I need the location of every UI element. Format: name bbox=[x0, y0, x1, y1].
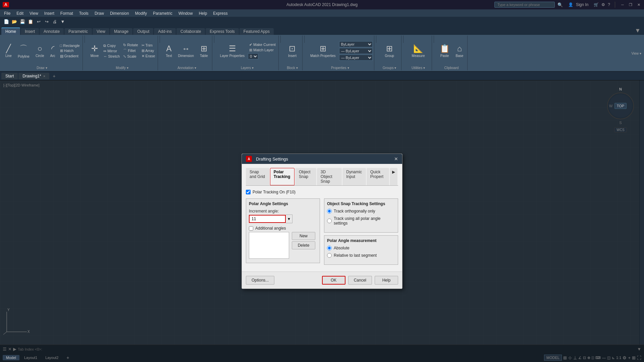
help-icon[interactable]: ? bbox=[608, 2, 610, 7]
base-button[interactable]: ⌂ Base bbox=[453, 43, 466, 59]
increment-angle-dropdown[interactable]: ▼ bbox=[286, 215, 292, 223]
tab-parametric[interactable]: Parametric bbox=[64, 28, 92, 35]
menu-express[interactable]: Express bbox=[210, 10, 230, 16]
lineweight-select[interactable]: — ByLayer bbox=[339, 55, 373, 61]
menu-view[interactable]: View bbox=[27, 10, 41, 16]
erase-button[interactable]: ✕ Erase bbox=[140, 54, 157, 59]
minimize-button[interactable]: ─ bbox=[620, 2, 625, 7]
tab-featured[interactable]: Featured Apps bbox=[239, 28, 274, 35]
open-file-button[interactable]: 📂 bbox=[11, 18, 18, 25]
copy-button[interactable]: ⧉ Copy bbox=[102, 43, 121, 48]
angles-list[interactable] bbox=[249, 232, 289, 259]
track-orthogonally-radio[interactable] bbox=[327, 209, 332, 214]
close-button[interactable]: ✕ bbox=[636, 2, 641, 7]
circle-button[interactable]: ○ Circle bbox=[33, 43, 47, 59]
modify-group-label[interactable]: Modify ▾ bbox=[88, 65, 157, 70]
text-button[interactable]: A Text bbox=[163, 43, 174, 59]
menu-file[interactable]: File bbox=[1, 10, 13, 16]
save-as-button[interactable]: 📋 bbox=[27, 18, 34, 25]
tab-snap-grid[interactable]: Snap and Grid bbox=[246, 168, 269, 185]
qat-more-button[interactable]: ▼ bbox=[59, 18, 66, 25]
line-button[interactable]: ╱ Line bbox=[3, 43, 14, 59]
drawing1-close-button[interactable]: × bbox=[43, 74, 45, 78]
hatch-button[interactable]: ⊞ Hatch bbox=[59, 48, 81, 53]
menu-format[interactable]: Format bbox=[58, 10, 76, 16]
match-properties-button[interactable]: ⊞ Match Properties bbox=[308, 43, 338, 59]
help-button[interactable]: Help bbox=[375, 276, 398, 285]
menu-modify[interactable]: Modify bbox=[132, 10, 150, 16]
sign-in-label[interactable]: Sign In bbox=[576, 2, 588, 7]
measure-button[interactable]: 📐 Measure bbox=[409, 43, 428, 59]
make-current-button[interactable]: ✔ Make Current bbox=[248, 42, 277, 47]
menu-draw[interactable]: Draw bbox=[92, 10, 107, 16]
absolute-radio[interactable] bbox=[327, 246, 332, 250]
increment-angle-input[interactable]: 11 bbox=[249, 215, 286, 223]
gradient-button[interactable]: ▤ Gradient bbox=[59, 54, 81, 59]
undo-button[interactable]: ↩ bbox=[35, 18, 42, 25]
tab-dynamic-input[interactable]: Dynamic Input bbox=[342, 168, 366, 185]
layers-group-label[interactable]: Layers ▾ bbox=[217, 65, 277, 70]
groups-group-label[interactable]: Groups ▾ bbox=[379, 65, 400, 70]
tab-polar-tracking[interactable]: Polar Tracking bbox=[270, 168, 294, 185]
menu-window[interactable]: Window bbox=[176, 10, 196, 16]
rectangle-button[interactable]: □ Rectangle bbox=[59, 43, 81, 48]
user-icon[interactable]: 👤 bbox=[568, 2, 573, 7]
match-layer-button[interactable]: ⊞ Match Layer bbox=[248, 48, 277, 53]
options-button[interactable]: Options... bbox=[246, 276, 274, 285]
properties-group-label[interactable]: Properties ▾ bbox=[308, 65, 373, 70]
group-button[interactable]: ⊞ Group bbox=[382, 43, 397, 59]
fillet-button[interactable]: ⌒ Fillet bbox=[122, 48, 139, 54]
view-group-label[interactable]: View ▾ bbox=[632, 51, 642, 55]
stretch-button[interactable]: ↔ Stretch bbox=[102, 54, 121, 59]
save-button[interactable]: 💾 bbox=[19, 18, 26, 25]
ok-button[interactable]: OK bbox=[322, 276, 345, 285]
tab-home[interactable]: Home bbox=[1, 27, 20, 35]
tab-insert[interactable]: Insert bbox=[21, 28, 39, 35]
tab-addins[interactable]: Add-ins bbox=[154, 28, 176, 35]
move-button[interactable]: ✛ Move bbox=[88, 43, 101, 59]
linetype-select[interactable]: — ByLayer bbox=[339, 48, 373, 54]
dialog-close-button[interactable]: ✕ bbox=[394, 156, 398, 162]
tab-3d-snap[interactable]: 3D Object Snap bbox=[317, 168, 342, 185]
polyline-button[interactable]: ⌒ Polyline bbox=[15, 42, 32, 59]
insert-button[interactable]: ⊡ Insert bbox=[285, 43, 299, 59]
draw-group-label[interactable]: Draw ▾ bbox=[3, 65, 81, 70]
new-file-button[interactable]: 📄 bbox=[3, 18, 10, 25]
menu-insert[interactable]: Insert bbox=[42, 10, 57, 16]
dimension-button[interactable]: ↔ Dimension bbox=[175, 43, 197, 59]
additional-angles-checkbox[interactable] bbox=[249, 226, 253, 231]
annotation-group-label[interactable]: Annotation ▾ bbox=[163, 65, 211, 70]
tab-object-snap[interactable]: Object Snap bbox=[295, 168, 316, 185]
block-group-label[interactable]: Block ▾ bbox=[284, 65, 301, 70]
tab-collaborate[interactable]: Collaborate bbox=[176, 28, 205, 35]
trim-button[interactable]: ✂ Trim bbox=[140, 43, 157, 48]
ribbon-toggle[interactable]: ▼ bbox=[633, 26, 643, 35]
mirror-button[interactable]: ⇔ Mirror bbox=[102, 49, 121, 54]
delete-angle-button[interactable]: Delete bbox=[292, 241, 315, 249]
redo-button[interactable]: ↪ bbox=[43, 18, 50, 25]
layer-select[interactable]: 0 bbox=[248, 53, 258, 59]
tab-manage[interactable]: Manage bbox=[110, 28, 132, 35]
tab-drawing1[interactable]: Drawing1* × bbox=[18, 73, 49, 79]
paste-button[interactable]: 📋 Paste bbox=[437, 43, 452, 59]
tab-express[interactable]: Express Tools bbox=[206, 28, 238, 35]
array-button[interactable]: ⊞ Array bbox=[140, 48, 157, 53]
menu-parametric[interactable]: Parametric bbox=[150, 10, 175, 16]
restore-button[interactable]: ❐ bbox=[628, 2, 633, 7]
relative-radio[interactable] bbox=[327, 253, 332, 258]
layer-properties-button[interactable]: ☰ Layer Properties bbox=[217, 43, 247, 59]
search-input[interactable] bbox=[494, 2, 555, 8]
new-angle-button[interactable]: New bbox=[292, 232, 315, 240]
search-icon[interactable]: 🔍 bbox=[557, 2, 563, 7]
tab-view[interactable]: View bbox=[93, 28, 109, 35]
settings-icon[interactable]: ⚙ bbox=[601, 2, 605, 7]
tab-annotate[interactable]: Annotate bbox=[40, 28, 64, 35]
track-all-polar-radio[interactable] bbox=[327, 219, 332, 223]
store-icon[interactable]: 🛒 bbox=[594, 2, 599, 7]
print-button[interactable]: 🖨 bbox=[51, 18, 58, 25]
app-icon[interactable]: A bbox=[3, 2, 9, 7]
polar-tracking-checkbox[interactable] bbox=[246, 190, 251, 194]
tab-output[interactable]: Output bbox=[133, 28, 153, 35]
arc-button[interactable]: ◜ Arc bbox=[48, 43, 58, 59]
color-select[interactable]: ByLayer bbox=[339, 41, 373, 47]
